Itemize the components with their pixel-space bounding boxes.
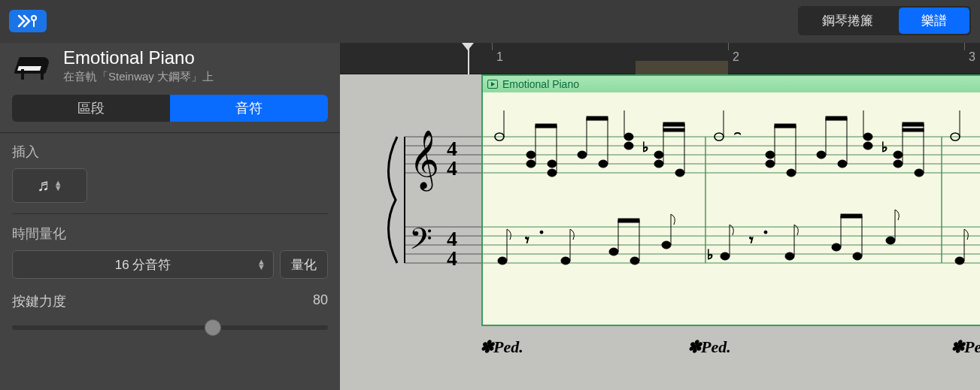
svg-rect-77 [903,128,924,132]
svg-point-47 [654,151,663,159]
quantize-button[interactable]: 量化 [280,250,328,279]
quantize-value-select[interactable]: 16 分音符 ▲▼ [12,250,274,279]
svg-point-32 [526,151,536,159]
svg-point-57 [766,160,775,168]
insert-note-value-select[interactable]: ♬ ▲▼ [12,168,87,203]
quantize-value-text: 16 分音符 [115,256,171,274]
velocity-slider[interactable] [12,316,328,339]
svg-point-99 [785,252,794,260]
svg-rect-62 [775,124,796,128]
svg-point-87 [609,248,618,255]
ruler-tick [964,43,965,50]
svg-point-81 [498,257,507,265]
inspector-mode-switch: 區段 音符 [12,95,328,122]
svg-point-106 [886,237,895,244]
region-name: Emotional Piano [502,78,579,90]
pedal-mark: ✽Ped. [687,337,731,357]
svg-text:4: 4 [447,156,457,180]
svg-point-72 [894,151,903,159]
ruler-tick [492,43,493,50]
ruler-number: 2 [733,50,739,64]
ruler-number: 1 [496,50,503,64]
svg-point-58 [766,151,775,159]
catch-playhead-button[interactable] [9,10,47,32]
svg-rect-51 [663,122,684,126]
piano-roll-tab[interactable]: 鋼琴捲簾 [799,8,896,34]
stepper-icon: ▲▼ [257,259,265,270]
svg-point-65 [838,160,847,168]
ruler-tick [728,43,729,50]
svg-text:⌢: ⌢ [734,126,741,138]
svg-point-108 [955,257,964,265]
svg-point-49 [675,169,684,177]
track-icon [15,51,51,81]
svg-point-101 [832,243,841,251]
svg-rect-91 [618,219,639,222]
svg-rect-67 [826,116,847,120]
svg-point-46 [654,160,663,168]
svg-rect-76 [903,122,924,126]
svg-rect-42 [587,116,608,120]
svg-point-63 [817,151,826,159]
svg-point-85 [561,257,570,265]
svg-point-38 [578,151,587,159]
region-mode-button[interactable]: 區段 [12,95,170,122]
svg-text:♭: ♭ [707,247,713,262]
play-icon [487,80,498,89]
svg-point-92 [662,241,671,249]
svg-point-68 [863,133,872,141]
svg-point-35 [548,160,557,168]
svg-point-40 [599,160,608,168]
timeline-ruler[interactable]: 123 [340,43,980,74]
svg-point-45 [624,142,633,150]
svg-point-98 [764,231,767,234]
playhead[interactable] [468,43,469,74]
svg-rect-37 [536,124,557,128]
svg-point-43 [624,133,633,141]
svg-rect-52 [663,128,684,132]
notes-mode-button[interactable]: 音符 [170,95,328,122]
svg-point-71 [894,160,903,168]
track-subtitle: 在音軌「Steinway 大鋼琴」上 [63,70,214,84]
stepper-icon: ▲▼ [54,180,62,191]
svg-point-103 [853,252,862,260]
insert-label: 插入 [12,143,328,161]
svg-point-95 [721,252,730,260]
svg-point-84 [540,231,543,234]
score-tab[interactable]: 樂譜 [899,8,969,34]
svg-text:♭: ♭ [642,140,648,155]
svg-text:♭: ♭ [881,140,887,155]
treble-clef-icon: 𝄞 [409,130,439,192]
track-title: Emotional Piano [63,47,214,68]
quantize-label: 時間量化 [12,225,328,243]
svg-text:4: 4 [447,246,457,270]
svg-rect-105 [841,214,862,218]
svg-point-74 [915,169,924,177]
view-mode-switcher: 鋼琴捲簾 樂譜 [798,6,971,35]
pedal-mark: ✽Ped. [480,337,523,357]
score-editor-area[interactable]: 123 Emotional Piano [340,43,980,390]
svg-point-60 [787,169,796,177]
velocity-label: 按鍵力度 [12,292,66,310]
svg-point-89 [630,257,639,265]
svg-point-31 [526,160,536,168]
bass-clef-icon: 𝄢 [409,222,432,262]
sixteenth-note-icon: ♬ [37,176,50,195]
svg-point-34 [548,169,557,177]
inspector-sidebar: Emotional Piano 在音軌「Steinway 大鋼琴」上 區段 音符… [0,43,340,390]
pedal-mark: ✽Ped. [951,337,980,357]
cycle-region[interactable] [636,61,728,74]
velocity-value: 80 [313,292,328,310]
svg-text:𝄾: 𝄾 [525,237,529,243]
svg-text:𝄾: 𝄾 [749,237,754,243]
ruler-number: 3 [969,50,975,64]
svg-point-70 [863,142,872,150]
